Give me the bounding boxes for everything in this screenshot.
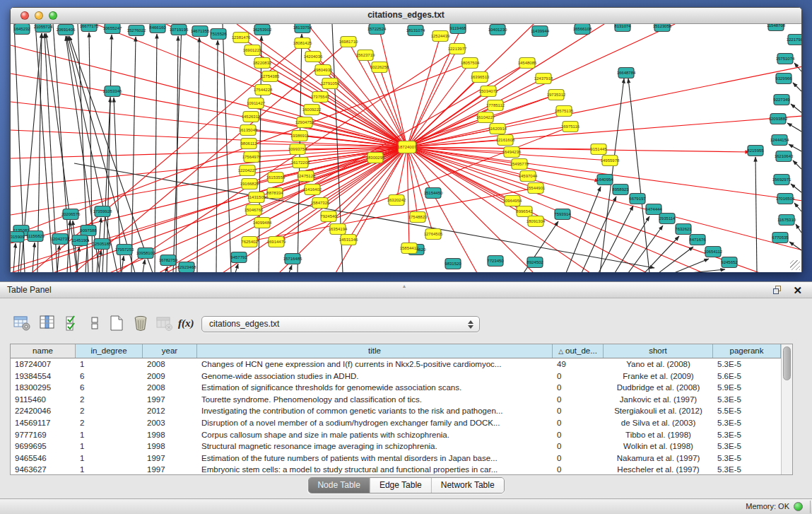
graph-node[interactable]: 10226256: [370, 62, 389, 73]
graph-node[interactable]: 16782759: [159, 255, 178, 266]
graph-node[interactable]: 16354194: [329, 224, 348, 235]
graph-node[interactable]: 12217987: [787, 35, 801, 45]
close-panel-icon[interactable]: ✕: [793, 284, 802, 298]
graph-node[interactable]: 17016504: [776, 194, 795, 204]
graph-node[interactable]: 7723450: [487, 256, 504, 267]
graph-node[interactable]: 8924502: [526, 257, 543, 268]
graph-node[interactable]: 18131074: [406, 25, 425, 36]
graph-node[interactable]: 20206576: [61, 209, 81, 220]
graph-node[interactable]: 10911427: [247, 98, 266, 109]
graph-node[interactable]: 10719195: [170, 25, 189, 35]
graph-node[interactable]: 1645232: [13, 24, 30, 35]
graph-node[interactable]: 12923468: [177, 262, 196, 273]
table-row[interactable]: 1830029562008Estimation of significance …: [11, 382, 792, 394]
graph-node[interactable]: 9227349: [773, 95, 790, 105]
graph-node[interactable]: 16104227: [476, 112, 495, 123]
graph-node[interactable]: 19804930: [314, 65, 333, 76]
graph-node[interactable]: 15751074: [776, 54, 795, 64]
graph-node[interactable]: 6679197: [629, 194, 646, 204]
graph-node[interactable]: 16153559: [266, 173, 286, 183]
graph-node[interactable]: 17544228: [254, 85, 273, 95]
graph-node[interactable]: 11431505: [247, 192, 266, 203]
new-column-icon[interactable]: [107, 314, 126, 332]
graph-node[interactable]: 9329966: [775, 74, 792, 84]
table-row[interactable]: 1872400712008Changes of HCN gene express…: [11, 358, 792, 370]
tab-network-table[interactable]: Network Table: [431, 478, 504, 493]
graph-node[interactable]: 9806112: [241, 139, 258, 149]
graph-node[interactable]: 8958923: [612, 185, 629, 195]
graph-node[interactable]: 10958107: [136, 248, 155, 259]
graph-node[interactable]: 16396513: [471, 72, 490, 83]
minimize-button[interactable]: [35, 11, 43, 20]
column-header-out-de-[interactable]: △out_de...: [553, 344, 604, 358]
table-selector-dropdown[interactable]: citations_edges.txt: [201, 316, 480, 332]
graph-node[interactable]: 12475128: [297, 171, 316, 182]
graph-node[interactable]: 12042737: [51, 234, 70, 245]
graph-node[interactable]: 14597044: [519, 171, 538, 182]
graph-node[interactable]: 15046766: [245, 205, 264, 216]
graph-node[interactable]: 7625402: [241, 237, 258, 247]
graph-node[interactable]: 9474444: [645, 204, 662, 215]
graph-node[interactable]: 19166829: [240, 179, 259, 189]
table-row[interactable]: 946362711997Embryonic stem cells: a mode…: [11, 464, 792, 475]
graph-node[interactable]: 14526312: [242, 112, 261, 122]
graph-node[interactable]: 16914479: [267, 237, 286, 247]
graph-node[interactable]: 16566108: [573, 24, 592, 35]
table-row[interactable]: 2242004622012Investigating the contribut…: [11, 405, 792, 417]
column-header-pagerank[interactable]: pagerank: [713, 344, 781, 358]
column-header-title[interactable]: title: [197, 344, 553, 358]
graph-node[interactable]: 12381476: [232, 33, 251, 43]
row-stack-icon[interactable]: [86, 314, 105, 332]
graph-node[interactable]: 18220832: [253, 58, 272, 69]
graph-node[interactable]: 16494236: [502, 147, 522, 158]
graph-node[interactable]: 8996542: [516, 206, 533, 217]
graph-node[interactable]: 16009222: [302, 105, 322, 115]
tab-edge-table[interactable]: Edge Table: [370, 478, 431, 493]
graph-node[interactable]: 9097588: [80, 226, 97, 236]
graph-node[interactable]: 12213977: [448, 44, 467, 54]
graph-node[interactable]: 14531346: [339, 235, 358, 245]
graph-node[interactable]: 16901227: [243, 45, 262, 56]
graph-node[interactable]: 15692971: [772, 175, 792, 185]
graph-node[interactable]: 11548708: [767, 24, 786, 31]
graph-node[interactable]: 2935114: [659, 214, 676, 224]
graph-node[interactable]: 9119468: [450, 24, 467, 34]
graph-node[interactable]: 8131074: [614, 24, 631, 32]
graph-node[interactable]: 18300295: [366, 153, 385, 163]
float-panel-icon[interactable]: [773, 286, 782, 295]
graph-node[interactable]: 15716485: [283, 254, 302, 264]
graph-node[interactable]: 18081425: [293, 38, 312, 49]
table-row[interactable]: 969969511998Structural magnetic resonanc…: [11, 440, 792, 452]
graph-node[interactable]: 16172208: [291, 158, 310, 168]
graph-node[interactable]: 11439944: [531, 26, 550, 37]
graph-node[interactable]: 16135049: [239, 125, 258, 136]
graph-node[interactable]: 7924540: [320, 211, 337, 222]
vertical-scrollbar[interactable]: [781, 344, 792, 474]
graph-node[interactable]: 16253902: [253, 25, 272, 35]
window-titlebar[interactable]: citations_edges.txt: [11, 8, 801, 24]
graph-node[interactable]: 15722524: [367, 24, 387, 35]
table-row[interactable]: 1938455462009Genome-wide association stu…: [11, 370, 792, 382]
graph-node[interactable]: 10401230: [488, 25, 507, 35]
graph-node[interactable]: 14955978: [601, 156, 620, 166]
network-canvas[interactable]: 1645232210557242069140616677175106552471…: [11, 24, 801, 272]
graph-node[interactable]: 11416402: [303, 185, 322, 195]
graph-node[interactable]: 6770535: [772, 233, 789, 243]
graph-node[interactable]: 1145190: [72, 235, 89, 246]
graph-node[interactable]: 10993754: [288, 144, 307, 155]
graph-node[interactable]: 12524439: [431, 31, 450, 42]
graph-node[interactable]: 15276022: [127, 25, 146, 36]
table-settings-icon[interactable]: [13, 314, 31, 332]
graph-node[interactable]: 17375547: [311, 92, 330, 103]
graph-node[interactable]: 12437918: [534, 74, 553, 84]
graph-node[interactable]: 14099484: [253, 218, 272, 228]
delete-rows-icon[interactable]: [131, 314, 150, 332]
graph-node[interactable]: 10655247: [103, 24, 122, 34]
column-header-year[interactable]: year: [143, 344, 197, 358]
table-panel-header[interactable]: Table Panel ▴ ✕: [0, 281, 812, 298]
graph-node[interactable]: 19386911: [290, 131, 310, 141]
graph-node[interactable]: 12505185: [93, 239, 112, 250]
graph-node[interactable]: 9457791: [230, 252, 247, 263]
splitter-handle-icon[interactable]: ▴: [403, 283, 406, 289]
graph-node[interactable]: 15034072: [479, 86, 498, 97]
